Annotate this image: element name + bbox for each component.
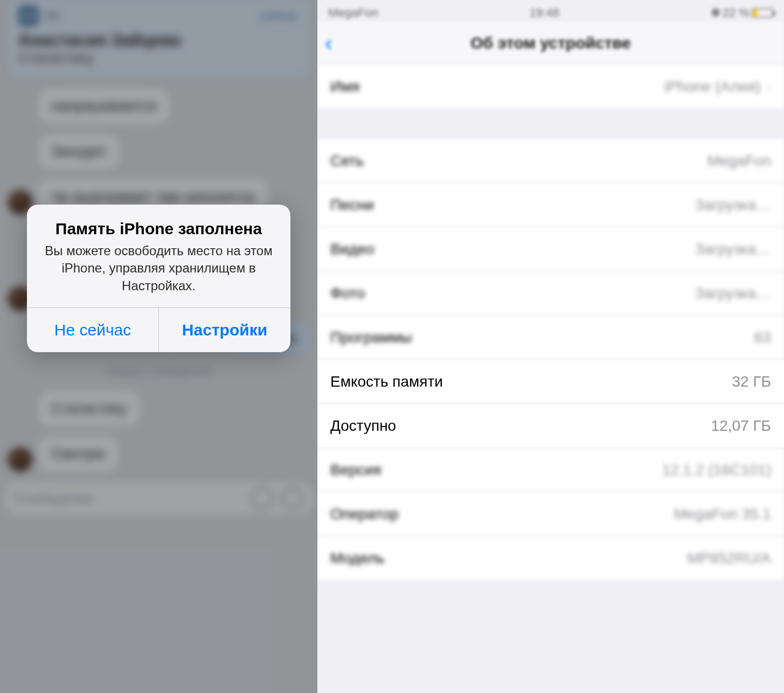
row-model: Модель MP852RU/A <box>317 536 784 580</box>
row-label: Модель <box>330 550 385 567</box>
battery-indicator: ✽ 22 % <box>711 6 773 20</box>
not-now-button[interactable]: Не сейчас <box>27 308 158 352</box>
clock: 19:48 <box>530 6 559 20</box>
row-available: Доступно 12,07 ГБ <box>317 404 784 448</box>
row-photo: Фото Загрузка… <box>317 271 784 316</box>
row-label: Емкость памяти <box>330 373 443 390</box>
row-label: Оператор <box>330 506 399 523</box>
back-chevron-icon[interactable]: ‹ <box>325 30 332 56</box>
row-value: MegaFon <box>707 152 771 170</box>
row-value: 63 <box>754 329 771 346</box>
row-label: Версия <box>330 461 381 479</box>
row-value: 32 ГБ <box>732 373 771 390</box>
row-label: Имя <box>330 78 360 95</box>
row-operator: Оператор MegaFon 35.1 <box>317 492 784 536</box>
row-label: Программы <box>330 329 412 346</box>
row-network: Сеть MegaFon <box>317 139 784 183</box>
row-label: Видео <box>330 241 374 258</box>
row-songs: Песни Загрузка… <box>317 183 784 227</box>
chevron-right-icon: › <box>766 78 771 95</box>
row-value: MegaFon 35.1 <box>674 506 771 523</box>
row-label: Песни <box>330 197 374 214</box>
carrier-label: MegaFon <box>328 6 378 20</box>
row-apps: Программы 63 <box>317 316 784 360</box>
right-screenshot: MegaFon 19:48 ✽ 22 % ‹ Об этом устройств… <box>317 0 784 693</box>
row-value: Загрузка… <box>695 241 771 258</box>
row-capacity: Емкость памяти 32 ГБ <box>317 360 784 404</box>
nav-title: Об этом устройстве <box>317 34 784 52</box>
storage-full-alert: Память iPhone заполнена Вы можете освобо… <box>27 205 290 352</box>
row-video: Видео Загрузка… <box>317 227 784 271</box>
battery-percent: 22 % <box>723 6 750 20</box>
row-label: Фото <box>330 285 365 302</box>
settings-button[interactable]: Настройки <box>158 308 290 352</box>
row-value: MP852RU/A <box>687 550 771 567</box>
row-value: Загрузка… <box>695 285 771 302</box>
alert-message: Вы можете освободить место на этом iPhon… <box>41 242 276 295</box>
row-value: 12,07 ГБ <box>711 417 771 435</box>
row-value: 12.1.2 (16C101) <box>662 461 771 479</box>
row-name[interactable]: Имя iPhone (Алия) › <box>317 65 784 109</box>
row-value: Загрузка… <box>695 197 771 214</box>
row-value: iPhone (Алия) <box>664 78 760 95</box>
status-bar: MegaFon 19:48 ✽ 22 % <box>317 0 784 22</box>
alert-title: Память iPhone заполнена <box>41 220 276 238</box>
left-screenshot: VK ВК сейчас Анастасия Зайцева Статистик… <box>0 0 317 693</box>
row-version: Версия 12.1.2 (16C101) <box>317 448 784 492</box>
row-label: Сеть <box>330 152 364 170</box>
nav-bar: ‹ Об этом устройстве <box>317 22 784 65</box>
row-label: Доступно <box>330 417 396 435</box>
